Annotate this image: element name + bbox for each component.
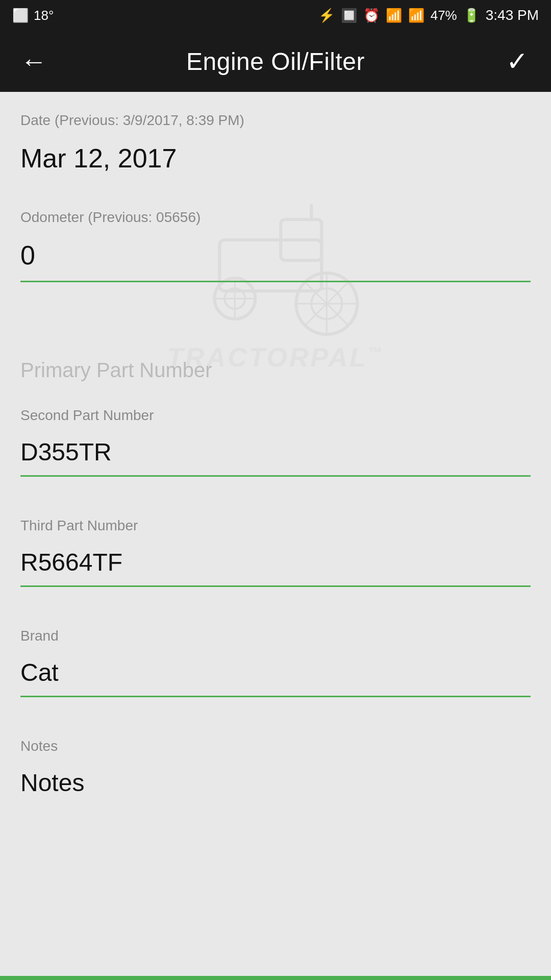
status-bar: ⬜ 18° ⚡ 🔲 ⏰ 📶 📶 47% 🔋 3:43 PM <box>0 0 551 31</box>
signal-icon: 📶 <box>408 8 424 23</box>
battery-icon: 🔋 <box>463 8 480 23</box>
app-bar: ← Engine Oil/Filter ✓ <box>0 31 551 92</box>
save-button[interactable]: ✓ <box>502 46 533 77</box>
odometer-section: Odometer (Previous: 05656) 0 <box>0 189 551 282</box>
date-label: Date (Previous: 3/9/2017, 8:39 PM) <box>20 112 531 129</box>
notes-label: Notes <box>20 738 531 754</box>
odometer-label: Odometer (Previous: 05656) <box>20 209 531 226</box>
brand-divider <box>20 696 531 697</box>
date-value[interactable]: Mar 12, 2017 <box>20 135 531 189</box>
wifi-icon: 📶 <box>386 8 402 23</box>
third-part-label: Third Part Number <box>20 518 531 534</box>
status-time: 3:43 PM <box>486 7 539 23</box>
third-part-section: Third Part Number R5664TF <box>0 497 551 587</box>
nfc-icon: 🔲 <box>341 8 357 23</box>
battery-percent: 47% <box>431 8 457 23</box>
bottom-accent-bar <box>0 976 551 980</box>
date-section: Date (Previous: 3/9/2017, 8:39 PM) Mar 1… <box>0 92 551 189</box>
second-part-divider <box>20 475 531 477</box>
brand-label: Brand <box>20 628 531 644</box>
temperature: 18° <box>34 8 54 23</box>
notes-value[interactable]: Notes <box>20 761 531 806</box>
primary-part-section: Primary Part Number <box>0 318 551 387</box>
status-right: ⚡ 🔲 ⏰ 📶 📶 47% 🔋 3:43 PM <box>318 7 539 23</box>
form-content: TRACTORPAL™ Date (Previous: 3/9/2017, 8:… <box>0 92 551 959</box>
bluetooth-icon: ⚡ <box>318 8 335 23</box>
second-part-label: Second Part Number <box>20 407 531 424</box>
back-button[interactable]: ← <box>18 46 49 77</box>
second-part-section: Second Part Number D355TR <box>0 387 551 477</box>
odometer-divider <box>20 281 531 282</box>
page-title: Engine Oil/Filter <box>186 47 365 76</box>
notes-section: Notes Notes <box>0 718 551 806</box>
odometer-value[interactable]: 0 <box>20 232 531 281</box>
alarm-icon: ⏰ <box>363 8 380 23</box>
status-left: ⬜ 18° <box>12 8 54 23</box>
second-part-value[interactable]: D355TR <box>20 430 531 475</box>
photo-icon: ⬜ <box>12 8 29 23</box>
third-part-value[interactable]: R5664TF <box>20 540 531 585</box>
primary-part-label: Primary Part Number <box>20 338 531 387</box>
third-part-divider <box>20 585 531 587</box>
brand-value[interactable]: Cat <box>20 650 531 696</box>
brand-section: Brand Cat <box>0 607 551 697</box>
